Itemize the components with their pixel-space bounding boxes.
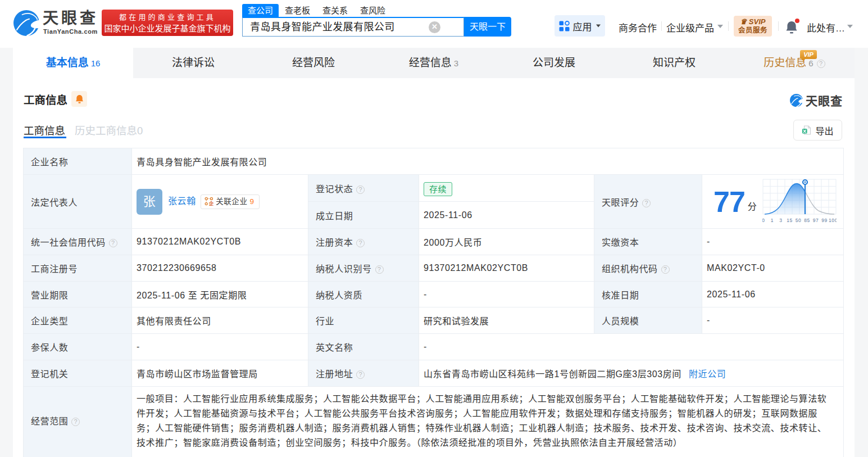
svg-text:50: 50 xyxy=(796,218,802,223)
svg-text:85: 85 xyxy=(805,218,811,223)
svg-text:3: 3 xyxy=(780,218,783,223)
svg-text:15: 15 xyxy=(787,218,793,223)
svg-text:1: 1 xyxy=(771,218,774,223)
svg-text:97: 97 xyxy=(813,218,819,223)
svg-text:99: 99 xyxy=(822,218,828,223)
svg-text:100: 100 xyxy=(829,218,837,223)
svg-text:0: 0 xyxy=(762,218,765,223)
svg-text:企: 企 xyxy=(208,201,213,206)
